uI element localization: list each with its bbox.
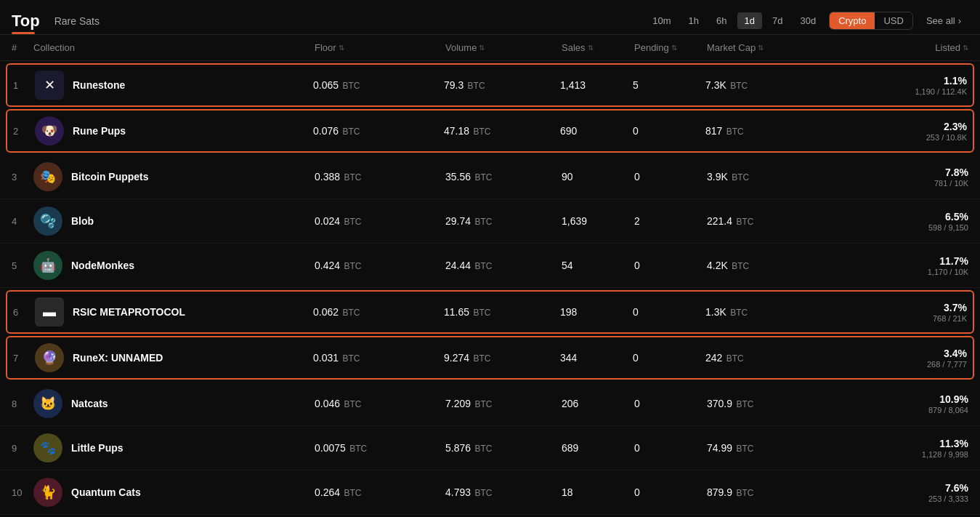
pending-cell: 0 bbox=[633, 125, 705, 137]
floor-cell: 0.046 BTC bbox=[315, 398, 445, 409]
listed-sub: 1,190 / 112.4K bbox=[836, 87, 967, 96]
collection-name: Quantum Cats bbox=[71, 486, 141, 498]
listed-sub: 1,128 / 9,998 bbox=[838, 450, 968, 459]
floor-cell: 0.264 BTC bbox=[315, 486, 445, 498]
table-row[interactable]: 3 🎭 Bitcoin Puppets 0.388 BTC 35.56 BTC … bbox=[0, 155, 980, 199]
pending-cell: 5 bbox=[633, 79, 705, 91]
time-btn-6h[interactable]: 6h bbox=[709, 12, 734, 29]
collection-cell: 🫧 Blob bbox=[33, 207, 315, 236]
col-header-volume[interactable]: Volume ⇅ bbox=[445, 42, 562, 53]
col-header-sales[interactable]: Sales ⇅ bbox=[562, 42, 634, 53]
avatar: 🐱 bbox=[33, 389, 62, 418]
sort-icon-market-cap: ⇅ bbox=[758, 44, 764, 52]
collection-cell: 🐶 Rune Pups bbox=[35, 116, 313, 145]
row-rank: 5 bbox=[12, 260, 33, 271]
currency-group: Crypto USD bbox=[829, 12, 913, 30]
avatar: 🐶 bbox=[35, 116, 64, 145]
collection-name: RSIC METAPROTOCOL bbox=[73, 306, 185, 318]
collection-cell: 🤖 NodeMonkes bbox=[33, 251, 315, 280]
avatar: 🫧 bbox=[33, 207, 62, 236]
currency-btn-usd[interactable]: USD bbox=[875, 12, 912, 29]
listed-cell: 7.8% 781 / 10K bbox=[838, 167, 968, 188]
listed-sub: 781 / 10K bbox=[838, 179, 968, 188]
market-cap-cell: 879.9 BTC bbox=[707, 486, 838, 498]
table-row[interactable]: 5 🤖 NodeMonkes 0.424 BTC 24.44 BTC 54 0 … bbox=[0, 244, 980, 288]
row-rank: 10 bbox=[12, 487, 33, 498]
table-row[interactable]: 9 🐾 Little Pups 0.0075 BTC 5.876 BTC 689… bbox=[0, 426, 980, 470]
volume-cell: 24.44 BTC bbox=[445, 260, 562, 271]
table-row[interactable]: 10 🐈 Quantum Cats 0.264 BTC 4.793 BTC 18… bbox=[0, 470, 980, 515]
market-cap-cell: 221.4 BTC bbox=[707, 215, 838, 227]
col-header-listed[interactable]: Listed ⇅ bbox=[838, 42, 968, 53]
market-cap-cell: 817 BTC bbox=[705, 125, 836, 137]
collection-name: Blob bbox=[71, 215, 94, 227]
currency-btn-crypto[interactable]: Crypto bbox=[830, 12, 875, 29]
avatar: ▬ bbox=[35, 297, 64, 326]
pending-cell: 0 bbox=[634, 442, 707, 454]
pending-cell: 0 bbox=[633, 352, 705, 364]
volume-cell: 29.74 BTC bbox=[445, 215, 562, 227]
col-header-collection: Collection bbox=[33, 42, 315, 53]
collection-cell: ✕ Runestone bbox=[35, 71, 313, 100]
pending-cell: 2 bbox=[634, 215, 707, 227]
market-cap-cell: 4.2K BTC bbox=[707, 260, 838, 271]
col-header-pending[interactable]: Pending ⇅ bbox=[634, 42, 707, 53]
listed-pct: 7.6% bbox=[838, 482, 968, 494]
rare-sats-button[interactable]: Rare Sats bbox=[54, 15, 100, 27]
time-btn-30d[interactable]: 30d bbox=[793, 12, 823, 29]
listed-sub: 879 / 8,064 bbox=[838, 406, 968, 414]
time-btn-10m[interactable]: 10m bbox=[645, 12, 678, 29]
listed-cell: 1.1% 1,190 / 112.4K bbox=[836, 75, 967, 96]
collection-name: NodeMonkes bbox=[71, 260, 134, 271]
listed-pct: 7.8% bbox=[838, 167, 968, 178]
avatar: 🤖 bbox=[33, 251, 62, 280]
see-all-button[interactable]: See all › bbox=[919, 12, 968, 29]
listed-cell: 11.7% 1,170 / 10K bbox=[838, 255, 968, 276]
listed-pct: 11.7% bbox=[838, 255, 968, 267]
listed-cell: 6.5% 598 / 9,150 bbox=[838, 211, 968, 232]
market-cap-cell: 7.3K BTC bbox=[705, 79, 836, 91]
table-row[interactable]: 4 🫧 Blob 0.024 BTC 29.74 BTC 1,639 2 221… bbox=[0, 199, 980, 244]
market-cap-cell: 242 BTC bbox=[705, 352, 836, 364]
time-btn-1d[interactable]: 1d bbox=[737, 12, 762, 29]
floor-cell: 0.062 BTC bbox=[313, 306, 444, 318]
sort-icon-pending: ⇅ bbox=[671, 44, 677, 52]
col-header-floor[interactable]: Floor ⇅ bbox=[315, 42, 445, 53]
sales-cell: 689 bbox=[562, 442, 634, 454]
col-header-market-cap[interactable]: Market Cap ⇅ bbox=[707, 42, 838, 53]
listed-sub: 1,170 / 10K bbox=[838, 268, 968, 276]
row-rank: 8 bbox=[12, 398, 33, 409]
listed-cell: 3.7% 768 / 21K bbox=[836, 302, 967, 323]
collection-cell: 🐈 Quantum Cats bbox=[33, 478, 315, 507]
row-rank: 9 bbox=[12, 443, 33, 454]
floor-cell: 0.076 BTC bbox=[313, 125, 444, 137]
sales-cell: 690 bbox=[560, 125, 633, 137]
collection-cell: 🎭 Bitcoin Puppets bbox=[33, 162, 315, 191]
table-row[interactable]: 7 🔮 RuneX: UNNAMED 0.031 BTC 9.274 BTC 3… bbox=[6, 336, 974, 380]
floor-cell: 0.031 BTC bbox=[313, 352, 444, 364]
time-btn-7d[interactable]: 7d bbox=[765, 12, 790, 29]
listed-sub: 253 / 10.8K bbox=[836, 133, 967, 142]
row-rank: 2 bbox=[13, 126, 35, 137]
listed-pct: 1.1% bbox=[836, 75, 967, 87]
table-row[interactable]: 6 ▬ RSIC METAPROTOCOL 0.062 BTC 11.65 BT… bbox=[6, 290, 974, 334]
listed-pct: 3.4% bbox=[836, 348, 967, 359]
avatar: 🐈 bbox=[33, 478, 62, 507]
volume-cell: 7.209 BTC bbox=[445, 398, 562, 409]
pending-cell: 0 bbox=[634, 260, 707, 271]
volume-cell: 35.56 BTC bbox=[445, 171, 562, 183]
volume-cell: 79.3 BTC bbox=[444, 79, 560, 91]
sales-cell: 18 bbox=[562, 486, 634, 498]
collection-cell: ▬ RSIC METAPROTOCOL bbox=[35, 297, 313, 326]
time-btn-1h[interactable]: 1h bbox=[681, 12, 706, 29]
table-row[interactable]: 1 ✕ Runestone 0.065 BTC 79.3 BTC 1,413 5… bbox=[6, 63, 974, 107]
row-rank: 6 bbox=[13, 307, 35, 318]
collection-cell: 🐱 Natcats bbox=[33, 389, 315, 418]
table-row[interactable]: 2 🐶 Rune Pups 0.076 BTC 47.18 BTC 690 0 … bbox=[6, 109, 974, 153]
table-body: 1 ✕ Runestone 0.065 BTC 79.3 BTC 1,413 5… bbox=[0, 63, 980, 515]
floor-cell: 0.424 BTC bbox=[315, 260, 445, 271]
avatar: ✕ bbox=[35, 71, 64, 100]
listed-cell: 11.3% 1,128 / 9,998 bbox=[838, 438, 968, 459]
table-row[interactable]: 8 🐱 Natcats 0.046 BTC 7.209 BTC 206 0 37… bbox=[0, 382, 980, 426]
collection-cell: 🐾 Little Pups bbox=[33, 433, 315, 462]
